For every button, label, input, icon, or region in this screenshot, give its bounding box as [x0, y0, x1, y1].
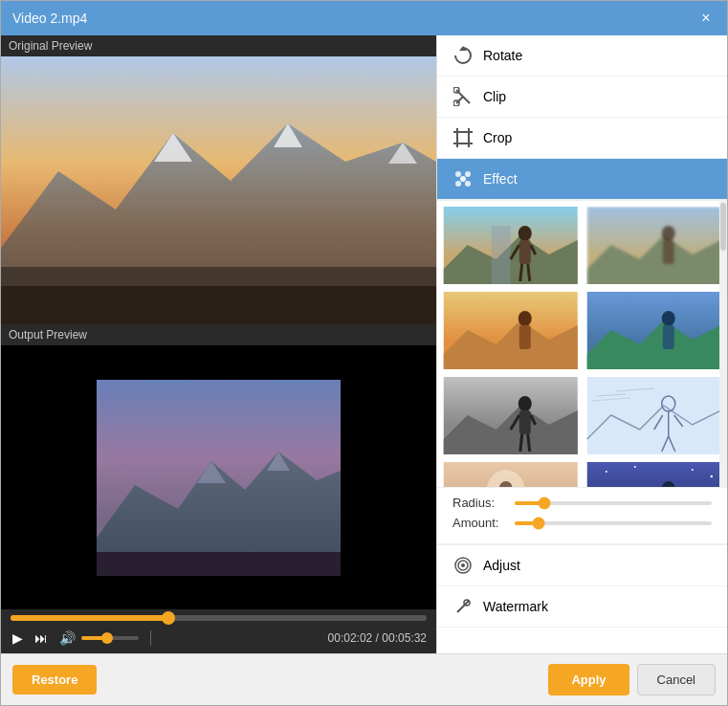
- svg-rect-50: [519, 325, 531, 349]
- svg-line-41: [520, 264, 522, 281]
- effect-icon: [452, 168, 474, 189]
- svg-line-93: [457, 601, 469, 612]
- volume-handle[interactable]: [101, 632, 113, 644]
- time-total: 00:05:32: [382, 631, 427, 645]
- skip-button[interactable]: ⏭: [33, 629, 50, 648]
- menu-item-clip[interactable]: Clip: [437, 77, 727, 118]
- amount-slider-row: Amount:: [452, 516, 712, 530]
- svg-point-92: [461, 563, 465, 567]
- menu-item-crop[interactable]: Crop: [437, 118, 727, 159]
- original-video-frame: [1, 56, 436, 324]
- output-video-frame: [1, 361, 436, 595]
- volume-control: 🔊: [57, 629, 139, 648]
- restore-button[interactable]: Restore: [12, 665, 97, 695]
- radius-slider-row: Radius:: [452, 496, 712, 510]
- effects-scrollbar-thumb[interactable]: [720, 203, 726, 251]
- bottom-bar: Restore Apply Cancel: [1, 653, 727, 705]
- controls-row: ▶ ⏭ 🔊 00:02:02 / 00:05:32: [11, 629, 427, 648]
- progress-bar[interactable]: [11, 615, 427, 621]
- play-button[interactable]: ▶: [11, 629, 25, 648]
- watermark-label: Watermark: [483, 599, 548, 614]
- output-preview: [1, 345, 436, 609]
- progress-handle[interactable]: [162, 611, 175, 625]
- svg-point-49: [518, 311, 532, 326]
- svg-point-88: [691, 469, 693, 471]
- original-preview: [1, 56, 436, 324]
- effect-thumb-sketch[interactable]: [585, 375, 724, 456]
- crop-label: Crop: [483, 130, 512, 145]
- svg-point-30: [465, 171, 471, 177]
- titlebar: Video 2.mp4 ×: [1, 1, 727, 35]
- main-window: Video 2.mp4 × Original Preview: [0, 0, 728, 706]
- effects-grid: [437, 201, 727, 488]
- svg-rect-54: [662, 325, 673, 349]
- svg-line-61: [520, 434, 522, 452]
- svg-rect-20: [457, 132, 469, 143]
- effect-thumb-cool[interactable]: [585, 290, 724, 371]
- volume-track[interactable]: [81, 636, 139, 640]
- amount-handle[interactable]: [532, 517, 544, 529]
- divider: [150, 630, 151, 646]
- svg-point-89: [710, 475, 712, 477]
- svg-point-53: [661, 311, 674, 326]
- svg-rect-8: [1, 361, 97, 595]
- main-content: Original Preview: [1, 35, 727, 653]
- left-panel: Original Preview: [1, 35, 436, 653]
- adjust-label: Adjust: [483, 558, 520, 573]
- menu-item-adjust[interactable]: Adjust: [437, 545, 727, 586]
- svg-line-62: [528, 434, 530, 452]
- right-buttons: Apply Cancel: [548, 664, 716, 695]
- window-title: Video 2.mp4: [12, 11, 87, 26]
- effects-scrollbar[interactable]: [719, 201, 727, 487]
- svg-rect-14: [97, 552, 341, 576]
- menu-item-effect[interactable]: Effect: [437, 159, 727, 200]
- svg-point-45: [661, 226, 674, 241]
- adjust-icon: [452, 555, 474, 576]
- svg-rect-6: [1, 286, 436, 324]
- sliders-section: Radius: Amount:: [437, 488, 727, 544]
- svg-rect-78: [586, 462, 720, 488]
- radius-label: Radius:: [452, 496, 505, 510]
- cancel-button[interactable]: Cancel: [637, 664, 716, 695]
- rotate-label: Rotate: [483, 48, 522, 63]
- amount-label: Amount:: [452, 516, 505, 530]
- time-display: 00:02:02 / 00:05:32: [328, 631, 427, 645]
- effect-thumb-warm[interactable]: [441, 290, 581, 371]
- svg-point-33: [460, 176, 466, 182]
- right-panel: Rotate Clip Crop: [436, 35, 727, 653]
- svg-point-32: [465, 181, 471, 187]
- svg-rect-38: [519, 240, 531, 264]
- amount-track[interactable]: [515, 521, 712, 525]
- crop-icon: [452, 127, 474, 148]
- apply-button[interactable]: Apply: [548, 664, 629, 695]
- effect-thumb-fade[interactable]: [441, 460, 581, 488]
- svg-point-57: [518, 396, 532, 411]
- radius-handle[interactable]: [538, 496, 550, 509]
- progress-fill: [11, 615, 168, 621]
- controls-bar: ▶ ⏭ 🔊 00:02:02 / 00:05:32: [1, 609, 436, 653]
- radius-track[interactable]: [515, 501, 712, 505]
- effect-label: Effect: [483, 171, 518, 187]
- original-preview-label: Original Preview: [1, 35, 436, 56]
- output-video-container: [1, 345, 436, 609]
- clip-icon: [452, 86, 474, 107]
- svg-point-86: [605, 471, 607, 473]
- svg-point-87: [633, 466, 635, 468]
- effect-thumb-blur[interactable]: [585, 205, 724, 286]
- menu-item-rotate[interactable]: Rotate: [437, 35, 727, 77]
- svg-rect-58: [519, 410, 531, 434]
- svg-line-42: [528, 264, 530, 281]
- svg-point-37: [518, 226, 532, 241]
- time-current: 00:02:02: [328, 631, 373, 645]
- menu-items: Rotate Clip Crop: [437, 35, 727, 201]
- volume-icon: 🔊: [57, 629, 77, 648]
- bottom-menu: Adjust Watermark: [437, 544, 727, 628]
- svg-rect-63: [586, 377, 720, 456]
- menu-item-watermark[interactable]: Watermark: [437, 586, 727, 628]
- close-button[interactable]: ×: [696, 9, 716, 28]
- effect-thumb-night[interactable]: [585, 460, 724, 488]
- clip-label: Clip: [483, 89, 506, 104]
- svg-rect-46: [662, 240, 673, 264]
- effect-thumb-bw[interactable]: [441, 375, 581, 456]
- effect-thumb-normal[interactable]: [441, 205, 581, 286]
